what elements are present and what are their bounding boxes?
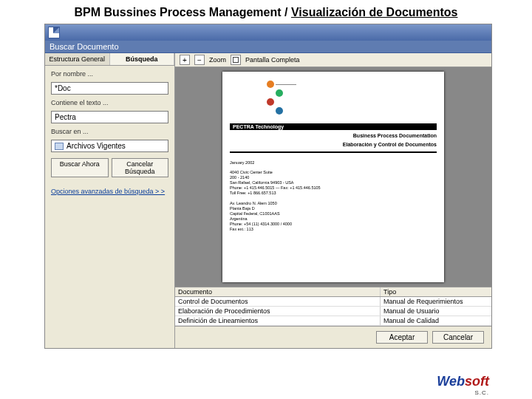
cell-tipo: Manual de Usuario (381, 307, 491, 316)
tab-search[interactable]: Búsqueda (110, 53, 175, 65)
slide-title-underlined: Visualización de Documentos (291, 6, 458, 18)
cell-doc: Control de Documentos (175, 297, 381, 306)
results-grid: Documento Tipo Control de Documentos Man… (175, 287, 491, 326)
contains-label: Contiene el texto ... (51, 99, 168, 106)
advanced-options-link[interactable]: Opciones avanzadas de búsqueda > > (51, 188, 168, 195)
grid-row[interactable]: Control de Documentos Manual de Requerim… (175, 297, 491, 307)
brand-web: Web (437, 374, 465, 389)
accept-button[interactable]: Aceptar (376, 331, 428, 344)
cell-tipo: Manual de Requerimientos (381, 297, 491, 306)
grid-header: Documento Tipo (175, 287, 491, 297)
contains-value: Pectra (55, 113, 76, 121)
titlebar (45, 24, 491, 41)
grid-row[interactable]: Elaboración de Procedimientos Manual de … (175, 307, 491, 316)
cell-tipo: Manual de Calidad (381, 316, 491, 325)
window-header: Buscar Documento (45, 41, 491, 53)
document-preview: PECTRA Technology Business Process Docum… (175, 67, 491, 287)
search-now-button[interactable]: Buscar Ahora (51, 158, 109, 177)
by-name-input[interactable]: *Doc (51, 82, 168, 95)
brand-soft: soft (465, 374, 489, 389)
address-block-1: 4040 Civic Center Suite 200 - 2140 San R… (230, 170, 437, 197)
by-name-value: *Doc (55, 84, 71, 92)
preview-panel: Zoom Pantalla Completa PECTRA Technology… (175, 53, 491, 348)
divider (230, 151, 437, 153)
preview-toolbar: Zoom Pantalla Completa (175, 53, 491, 67)
fullscreen-label: Pantalla Completa (245, 56, 300, 64)
address-block-2: Av. Leandro N. Alem 1050 Planta Baja D C… (230, 201, 437, 233)
brand-sub: S.C. (437, 389, 489, 396)
scope-select[interactable]: Archivos Vigentes (51, 140, 168, 152)
by-name-label: Por nombre ... (51, 70, 168, 78)
doc-heading2: Elaboración y Control de Documentos (230, 142, 437, 148)
doc-month: January 2002 (230, 160, 437, 166)
zoom-in-icon[interactable] (180, 55, 190, 65)
preview-page: PECTRA Technology Business Process Docum… (222, 72, 444, 282)
zoom-label: Zoom (209, 56, 226, 64)
company-logo (267, 81, 296, 115)
tab-structure[interactable]: Estructura General (45, 53, 110, 65)
slide-title-plain: BPM Bussines Process Management / (75, 6, 291, 18)
dialog-buttons: Aceptar Cancelar (175, 326, 491, 348)
slide-title: BPM Bussines Process Management / Visual… (0, 0, 532, 24)
cancel-search-button[interactable]: Cancelar Búsqueda (112, 158, 169, 177)
scope-value: Archivos Vigentes (66, 142, 126, 150)
search-panel: Estructura General Búsqueda Por nombre .… (45, 53, 175, 348)
fullscreen-icon[interactable] (231, 55, 241, 65)
contains-input[interactable]: Pectra (51, 111, 168, 123)
folder-icon (55, 143, 64, 150)
brand-logo: Websoft S.C. (437, 374, 489, 396)
document-icon (48, 27, 60, 38)
cell-doc: Elaboración de Procedimientos (175, 307, 381, 316)
grid-row[interactable]: Definición de Lineamientos Manual de Cal… (175, 316, 491, 326)
zoom-out-icon[interactable] (194, 55, 205, 65)
scope-label: Buscar en ... (51, 128, 168, 135)
company-bar: PECTRA Technology (230, 123, 437, 130)
col-documento[interactable]: Documento (175, 287, 381, 296)
col-tipo[interactable]: Tipo (381, 287, 491, 296)
panel-tabs: Estructura General Búsqueda (45, 53, 174, 66)
doc-heading1: Business Process Documentation (230, 133, 437, 139)
app-window: Buscar Documento Estructura General Búsq… (44, 24, 492, 349)
cancel-button[interactable]: Cancelar (432, 331, 484, 344)
cell-doc: Definición de Lineamientos (175, 316, 381, 325)
